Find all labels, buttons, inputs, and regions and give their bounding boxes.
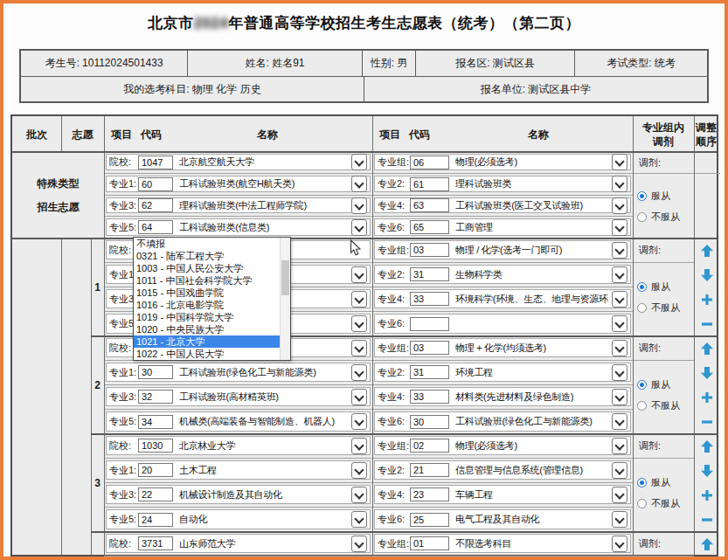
chevron-down-icon[interactable] (612, 364, 627, 381)
code-input[interactable]: 32 (138, 390, 173, 404)
code-input[interactable]: 64 (138, 220, 173, 234)
code-input[interactable]: 62 (138, 198, 173, 212)
chevron-down-icon[interactable] (612, 176, 627, 192)
radio-not-obey[interactable]: 不服从 (637, 301, 680, 314)
chevron-down-icon[interactable] (351, 219, 367, 236)
code-input[interactable]: 30 (138, 365, 173, 379)
code-input[interactable]: 03 (410, 341, 449, 355)
chevron-down-icon[interactable] (612, 462, 627, 479)
code-input[interactable]: 25 (410, 513, 449, 527)
code-input[interactable]: 01 (410, 536, 449, 550)
dropdown-option[interactable]: 1011 - 中国社会科学院大学 (134, 274, 280, 287)
chevron-down-icon[interactable] (612, 197, 627, 214)
add-button[interactable] (700, 488, 714, 502)
radio-obey[interactable]: 服从 (637, 476, 670, 488)
chevron-down-icon[interactable] (351, 364, 367, 381)
dropdown-option[interactable]: 1019 - 中国科学院大学 (134, 311, 280, 323)
dropdown-option[interactable]: 1022 - 中国人民大学 (134, 348, 280, 360)
code-input[interactable]: 34 (138, 415, 173, 429)
code-input[interactable]: 06 (410, 156, 449, 169)
chevron-down-icon[interactable] (612, 291, 627, 308)
radio-unselected-icon[interactable] (637, 499, 647, 508)
chevron-down-icon[interactable] (351, 291, 367, 308)
radio-selected-icon[interactable] (637, 478, 647, 487)
remove-button[interactable] (700, 317, 714, 331)
major-select[interactable]: 专业6: 65 工商管理 (374, 218, 631, 236)
major-select[interactable]: 专业4: 33 环境科学(环境、生态、地理与资源环境) (374, 289, 631, 308)
major-select[interactable]: 专业2: 21 信息管理与信息系统(管理信息) (374, 460, 631, 480)
radio-unselected-icon[interactable] (637, 401, 647, 411)
chevron-down-icon[interactable] (612, 438, 627, 454)
major-select[interactable]: 专业5: 64 工科试验班类(信息类) (106, 218, 371, 236)
major-select[interactable]: 专业3: 62 理科试验班类(中法工程师学院) (106, 197, 371, 213)
code-input[interactable]: 22 (138, 487, 173, 501)
chevron-down-icon[interactable] (612, 536, 627, 552)
code-input[interactable]: 3731 (138, 536, 173, 550)
code-input[interactable]: 21 (410, 463, 449, 477)
radio-obey[interactable]: 服从 (637, 378, 670, 391)
radio-not-obey[interactable]: 不服从 (637, 497, 680, 509)
college-select[interactable]: 院校: 3731 山东师范大学 (106, 534, 371, 553)
remove-button[interactable] (700, 513, 714, 527)
dropdown-option[interactable]: 1003 - 中国人民公安大学 (134, 262, 280, 274)
chevron-down-icon[interactable] (351, 154, 367, 170)
code-input[interactable]: 31 (410, 365, 449, 379)
code-input[interactable]: 30 (410, 415, 449, 429)
code-input[interactable]: 33 (410, 390, 449, 404)
code-input[interactable] (410, 317, 449, 331)
major-select[interactable]: 专业1: 20 土木工程 (106, 460, 371, 480)
move-down-button[interactable] (700, 268, 714, 282)
major-select[interactable]: 专业1: 60 工科试验班类(航空H航天类) (106, 176, 371, 192)
move-down-button[interactable] (700, 366, 714, 380)
chevron-down-icon[interactable] (612, 242, 627, 259)
code-input[interactable]: 1047 (138, 156, 173, 169)
chevron-down-icon[interactable] (351, 197, 367, 214)
move-up-button[interactable] (700, 537, 714, 551)
major-select[interactable]: 专业4: 33 材料类(先进材料及绿色制造) (374, 387, 631, 406)
major-select[interactable]: 专业2: 31 生物科学类 (374, 265, 631, 284)
major-group-select[interactable]: 专业组: 01 不限选考科目 (374, 534, 631, 553)
major-select[interactable]: 专业4: 63 工科试验班类(医工交叉试验班) (374, 197, 631, 213)
major-select[interactable]: 专业2: 31 环境工程 (374, 363, 631, 382)
major-select[interactable]: 专业6: 30 工科试验班(绿色化工与新能源类) (374, 411, 631, 432)
college-select[interactable]: 院校: 1030 北京林业大学 (106, 436, 371, 455)
code-input[interactable]: 33 (410, 292, 449, 306)
chevron-down-icon[interactable] (612, 389, 627, 405)
radio-selected-icon[interactable] (637, 191, 647, 201)
chevron-down-icon[interactable] (612, 219, 627, 236)
chevron-down-icon[interactable] (351, 511, 367, 528)
radio-selected-icon[interactable] (637, 380, 647, 390)
major-select[interactable]: 专业6: 25 电气工程及其自动化 (374, 509, 631, 529)
major-select[interactable]: 专业4: 23 车辆工程 (374, 485, 631, 504)
major-select[interactable]: 专业2: 61 理科试验班类 (374, 176, 631, 192)
code-input[interactable]: 60 (138, 177, 173, 191)
radio-unselected-icon[interactable] (637, 212, 647, 222)
code-input[interactable]: 02 (410, 439, 449, 453)
college-select[interactable]: 院校: 1047 北京航空航天大学 (106, 154, 371, 170)
major-select[interactable]: 专业5: 24 自动化 (106, 509, 371, 529)
major-group-select[interactable]: 专业组: 06 物理(必须选考) (374, 154, 631, 170)
chevron-down-icon[interactable] (612, 511, 627, 528)
remove-button[interactable] (700, 415, 714, 429)
chevron-down-icon[interactable] (351, 266, 367, 283)
code-input[interactable]: 61 (410, 177, 449, 191)
radio-not-obey[interactable]: 不服从 (637, 211, 680, 223)
code-input[interactable]: 1030 (138, 439, 173, 453)
code-input[interactable]: 65 (410, 220, 449, 234)
dropdown-option[interactable]: 0321 - 陆军工程大学 (134, 250, 280, 262)
move-down-button[interactable] (700, 464, 714, 478)
chevron-down-icon[interactable] (351, 536, 367, 552)
dropdown-option[interactable]: 1015 - 中国戏曲学院 (134, 287, 280, 299)
dropdown-scrollbar[interactable] (280, 238, 290, 360)
add-button[interactable] (700, 293, 714, 307)
move-up-button[interactable] (700, 439, 714, 453)
chevron-down-icon[interactable] (351, 176, 367, 192)
add-button[interactable] (700, 391, 714, 404)
major-group-select[interactable]: 专业组: 03 物理 / 化学(选考一门即可) (374, 240, 631, 259)
chevron-down-icon[interactable] (612, 154, 627, 170)
dropdown-option[interactable]: 不填报 (134, 238, 280, 250)
chevron-down-icon[interactable] (351, 438, 367, 454)
move-up-button[interactable] (700, 342, 714, 356)
major-select[interactable]: 专业3: 22 机械设计制造及其自动化 (106, 485, 371, 504)
chevron-down-icon[interactable] (612, 266, 627, 283)
